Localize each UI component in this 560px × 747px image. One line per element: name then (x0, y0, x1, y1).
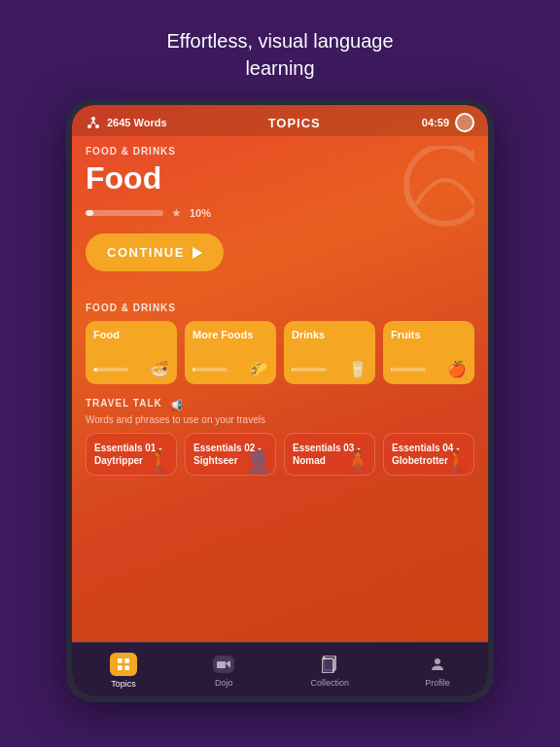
nav-item-profile[interactable]: Profile (415, 652, 460, 690)
svg-point-2 (95, 124, 99, 128)
drinks-icon: 🥛 (348, 360, 368, 378)
figure-2-icon: 👤 (245, 449, 271, 475)
main-content: FOOD & DRINKS Food ★ 10% CONTINUE FOOD &… (72, 136, 488, 642)
fruits-icon: 🍎 (447, 360, 467, 378)
travel-card-2[interactable]: Essentials 02 - Sightseer 👤 (185, 433, 276, 476)
status-bar: 2645 Words TOPICS 04:59 (72, 105, 488, 136)
word-count: 2645 Words (107, 117, 167, 128)
nav-item-collection[interactable]: Collection (301, 652, 360, 690)
svg-rect-9 (118, 658, 122, 663)
more-foods-icon: 🌮 (249, 360, 268, 378)
bottom-nav: Topics Dojo (72, 642, 488, 696)
hero-decoration-icon (358, 146, 474, 253)
nav-profile-label: Profile (425, 678, 450, 688)
continue-button[interactable]: CONTINUE (86, 233, 224, 271)
svg-rect-15 (322, 658, 333, 673)
screen-title: TOPICS (268, 116, 321, 130)
nav-item-dojo[interactable]: Dojo (203, 652, 244, 690)
app-logo-icon (86, 115, 101, 130)
nav-topics-label: Topics (111, 679, 136, 689)
travel-card-3[interactable]: Essentials 03 - Nomad 🧍 (284, 433, 375, 476)
nav-collection-label: Collection (311, 678, 350, 688)
dojo-icon (213, 656, 234, 673)
svg-point-16 (435, 658, 440, 664)
svg-rect-13 (217, 661, 226, 668)
play-arrow-icon (192, 247, 202, 259)
svg-point-0 (91, 117, 95, 121)
travel-cards-row: Essentials 01 - Daytripper 🚶 Essentials … (86, 433, 474, 476)
nav-item-topics[interactable]: Topics (100, 651, 147, 691)
nav-dojo-label: Dojo (215, 678, 233, 688)
svg-line-4 (93, 121, 95, 124)
topics-icon (116, 657, 131, 672)
figure-1-icon: 🚶 (146, 449, 172, 475)
travel-subtitle: Words and phrases to use on your travels (86, 414, 474, 425)
figure-3-icon: 🧍 (344, 449, 370, 475)
hero-section: FOOD & DRINKS Food ★ 10% CONTINUE (86, 146, 474, 289)
travel-talk-section: TRAVEL TALK 📢 Words and phrases to use o… (86, 398, 474, 476)
device-frame: 2645 Words TOPICS 04:59 FOOD & DRI (66, 99, 494, 702)
figure-4-icon: 🚶 (443, 449, 470, 475)
svg-rect-10 (124, 658, 129, 663)
svg-point-5 (406, 146, 474, 224)
card-morefoods-progress (192, 368, 228, 372)
card-food-progress (93, 368, 128, 372)
svg-rect-12 (124, 665, 129, 670)
travel-section-label: TRAVEL TALK (86, 398, 162, 409)
card-food[interactable]: Food 🍜 (86, 321, 177, 384)
card-fruits-progress (391, 368, 426, 372)
card-drinks[interactable]: Drinks 🥛 (284, 321, 375, 384)
food-icon: 🍜 (150, 360, 169, 378)
hero-progress-bar (86, 210, 163, 216)
svg-point-1 (88, 124, 91, 128)
card-more-foods[interactable]: More Foods 🌮 (185, 321, 276, 384)
travel-icon: 📢 (168, 399, 183, 412)
timer-display: 04:59 (422, 117, 449, 128)
page-headline: Effortless, visual language learning (127, 0, 432, 99)
svg-rect-11 (118, 665, 122, 670)
profile-icon (429, 656, 446, 673)
card-fruits[interactable]: Fruits 🍎 (383, 321, 474, 384)
travel-card-4[interactable]: Essentials 04 - Globetrotter 🚶 (383, 433, 474, 476)
food-cards-row: Food 🍜 More Foods (86, 321, 474, 384)
timer-circle-icon (455, 113, 474, 132)
star-icon: ★ (171, 206, 182, 220)
card-drinks-progress (292, 368, 327, 372)
progress-percentage: 10% (190, 207, 211, 219)
food-drinks-section: FOOD & DRINKS Food 🍜 More Foods (86, 302, 474, 384)
food-section-label: FOOD & DRINKS (86, 302, 474, 313)
collection-icon (322, 656, 337, 673)
travel-card-1[interactable]: Essentials 01 - Daytripper 🚶 (86, 433, 177, 476)
